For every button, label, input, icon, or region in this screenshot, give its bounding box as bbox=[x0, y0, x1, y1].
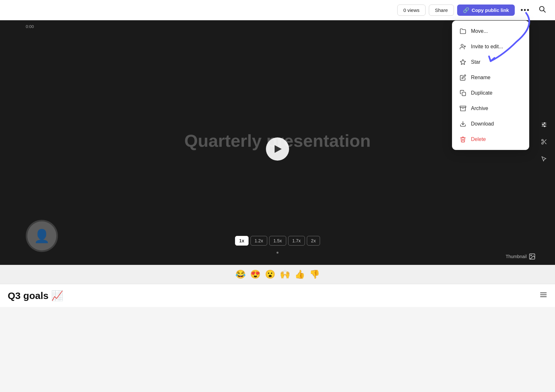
emoji-surprised[interactable]: 😮 bbox=[265, 269, 275, 279]
menu-item-invite[interactable]: Invite to edit... bbox=[452, 39, 529, 54]
emoji-thumbs-up[interactable]: 👍 bbox=[295, 269, 305, 279]
svg-point-18 bbox=[461, 44, 463, 47]
archive-icon bbox=[459, 105, 466, 112]
star-icon bbox=[459, 59, 466, 65]
download-icon bbox=[459, 121, 466, 127]
search-button[interactable] bbox=[536, 4, 549, 16]
svg-point-7 bbox=[544, 123, 545, 124]
menu-lines-button[interactable] bbox=[540, 291, 547, 301]
views-button[interactable]: 0 views bbox=[397, 5, 426, 16]
menu-item-download[interactable]: Download bbox=[452, 116, 529, 132]
dot-indicator bbox=[277, 252, 278, 254]
emoji-heart-eyes[interactable]: 😍 bbox=[250, 269, 260, 279]
scissors-icon[interactable] bbox=[540, 137, 549, 148]
page-title: Q3 goals 📈 bbox=[8, 290, 63, 301]
emoji-thumbs-down[interactable]: 👎 bbox=[309, 269, 320, 279]
avatar-image: 👤 bbox=[27, 221, 56, 250]
play-button[interactable] bbox=[266, 137, 289, 161]
duplicate-icon bbox=[459, 90, 466, 96]
svg-point-8 bbox=[542, 124, 543, 125]
menu-item-rename[interactable]: Rename bbox=[452, 70, 529, 85]
copy-link-button[interactable]: 🔗 Copy public link bbox=[457, 5, 515, 16]
pencil-icon bbox=[459, 74, 466, 81]
time-label: 0:00 bbox=[26, 24, 34, 29]
menu-lines-icon bbox=[540, 291, 547, 299]
svg-point-3 bbox=[531, 255, 531, 256]
speed-2x[interactable]: 2x bbox=[307, 236, 320, 246]
folder-icon bbox=[459, 28, 466, 34]
avatar: 👤 bbox=[26, 220, 58, 252]
more-button[interactable]: ••• bbox=[518, 5, 532, 15]
speed-controls: 1x 1.2x 1.5x 1.7x 2x bbox=[235, 236, 320, 246]
thumbnail-icon bbox=[529, 253, 536, 260]
share-button[interactable]: Share bbox=[429, 5, 454, 16]
speed-1x[interactable]: 1x bbox=[235, 236, 249, 246]
adjust-icon[interactable] bbox=[540, 120, 549, 131]
menu-item-move[interactable]: Move... bbox=[452, 23, 529, 39]
speed-1-7x[interactable]: 1.7x bbox=[288, 236, 305, 246]
link-icon: 🔗 bbox=[463, 7, 469, 13]
svg-line-14 bbox=[543, 141, 544, 142]
trash-icon bbox=[459, 136, 466, 143]
speed-1-5x[interactable]: 1.5x bbox=[269, 236, 286, 246]
svg-rect-22 bbox=[462, 92, 466, 96]
menu-item-duplicate[interactable]: Duplicate bbox=[452, 85, 529, 101]
emoji-raised-hands[interactable]: 🙌 bbox=[280, 269, 290, 279]
bottom-bar: Q3 goals 📈 bbox=[0, 284, 555, 307]
menu-item-star[interactable]: Star bbox=[452, 54, 529, 70]
right-tools bbox=[540, 120, 549, 165]
svg-line-1 bbox=[544, 11, 546, 13]
menu-item-archive[interactable]: Archive bbox=[452, 101, 529, 116]
emoji-bar: 😂 😍 😮 🙌 👍 👎 bbox=[0, 265, 555, 284]
speed-1-2x[interactable]: 1.2x bbox=[250, 236, 267, 246]
top-bar: 0 views Share 🔗 Copy public link ••• bbox=[0, 0, 555, 20]
menu-item-delete[interactable]: Delete bbox=[452, 132, 529, 147]
cursor-icon[interactable] bbox=[540, 154, 549, 165]
svg-rect-23 bbox=[460, 106, 466, 107]
svg-marker-21 bbox=[460, 60, 466, 65]
search-icon bbox=[538, 5, 546, 13]
emoji-laugh[interactable]: 😂 bbox=[235, 269, 246, 279]
thumbnail-label: Thumbnail bbox=[506, 253, 536, 260]
svg-point-9 bbox=[544, 126, 545, 127]
svg-line-13 bbox=[545, 143, 546, 144]
invite-icon bbox=[459, 43, 466, 50]
dropdown-menu: Move... Invite to edit... Star bbox=[452, 21, 529, 150]
